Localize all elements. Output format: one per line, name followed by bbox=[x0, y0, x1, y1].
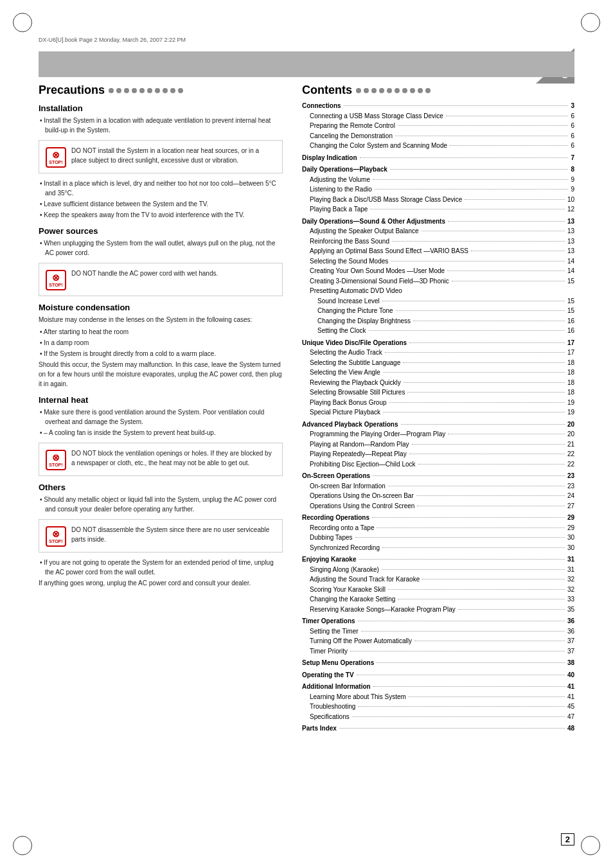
contents-row: Playing Repeatedly—Repeat Play22 bbox=[302, 449, 574, 459]
contents-page-num: 31 bbox=[567, 565, 574, 575]
contents-label: Operating the TV bbox=[302, 670, 354, 680]
contents-label: Changing the Karaoke Setting bbox=[310, 594, 395, 605]
contents-label: Troubleshooting bbox=[310, 702, 355, 712]
contents-label: Timer Operations bbox=[302, 616, 355, 626]
power-sources-bullet-1: When unplugging the System from the wall… bbox=[39, 238, 283, 258]
contents-page-num: 19 bbox=[567, 398, 574, 408]
stop-box-2: ⊗ STOP! DO NOT handle the AC power cord … bbox=[39, 263, 283, 296]
contents-page-num: 35 bbox=[567, 605, 574, 615]
contents-dot-leader bbox=[404, 382, 565, 383]
contents-page-num: 37 bbox=[567, 646, 574, 657]
corner-mark-br bbox=[581, 836, 600, 855]
internal-heat-title: Internal heat bbox=[39, 395, 283, 405]
contents-row: Adjusting the Sound Track for Karaoke32 bbox=[302, 574, 574, 585]
contents-label: Changing the Display Brightness bbox=[317, 316, 411, 326]
contents-page-num: 30 bbox=[567, 533, 574, 543]
contents-label: Specifications bbox=[310, 712, 350, 722]
contents-page-num: 19 bbox=[567, 407, 574, 418]
contents-row: Recording onto a Tape29 bbox=[302, 523, 574, 533]
contents-page-num: 8 bbox=[571, 164, 574, 175]
precautions-title: Precautions bbox=[39, 84, 283, 97]
contents-dot-leader bbox=[383, 412, 565, 412]
contents-dot-leader bbox=[385, 352, 565, 353]
corner-mark-tr bbox=[581, 13, 600, 32]
contents-label: Selecting the Sound Modes bbox=[310, 256, 388, 267]
contents-dot-leader bbox=[355, 537, 565, 538]
installation-bullet-4: Keep the speakers away from the TV to av… bbox=[39, 210, 283, 220]
contents-page-num: 6 bbox=[571, 141, 574, 151]
contents-page-num: 23 bbox=[567, 481, 574, 492]
contents-page-num: 31 bbox=[567, 554, 574, 565]
contents-page-num: 41 bbox=[567, 682, 574, 692]
contents-row: Turning Off the Power Automatically37 bbox=[302, 636, 574, 646]
others-bullet-2: If you are not going to operate the Syst… bbox=[39, 558, 283, 577]
contents-label: Connections bbox=[302, 101, 341, 111]
contents-label: Scoring Your Karaoke Skill bbox=[310, 585, 386, 595]
contents-row: Selecting the Subtitle Language18 bbox=[302, 358, 574, 368]
contents-page-num: 36 bbox=[567, 626, 574, 637]
contents-page-num: 17 bbox=[567, 338, 574, 348]
contents-page-num: 24 bbox=[567, 491, 574, 501]
contents-dot-leader bbox=[413, 321, 565, 321]
contents-page-num: 32 bbox=[567, 574, 574, 585]
contents-row: Operations Using the On-screen Bar24 bbox=[302, 491, 574, 501]
contents-row: Daily Operations—Sound & Other Adjustmen… bbox=[302, 217, 574, 227]
contents-label: Selecting the Audio Track bbox=[310, 348, 382, 358]
top-bar: DX-U6[U].book Page 2 Monday, March 26, 2… bbox=[39, 33, 574, 46]
contents-label: Reinforcing the Bass Sound bbox=[310, 236, 389, 247]
contents-dot-leader bbox=[448, 221, 565, 222]
contents-row: Timer Priority37 bbox=[302, 646, 574, 657]
contents-label: Additional Information bbox=[302, 682, 371, 692]
contents-dot-leader bbox=[412, 444, 565, 445]
contents-dot-leader bbox=[370, 209, 564, 209]
contents-label: Daily Operations—Playback bbox=[302, 164, 387, 175]
contents-label: Programming the Playing Order—Program Pl… bbox=[310, 429, 445, 439]
contents-row: Advanced Playback Operations20 bbox=[302, 420, 574, 430]
contents-label: Playing Back a Tape bbox=[310, 204, 368, 215]
contents-label: Operations Using the On-screen Bar bbox=[310, 491, 414, 501]
contents-dot-leader bbox=[409, 454, 565, 454]
contents-page-num: 12 bbox=[567, 204, 574, 215]
contents-dot-leader bbox=[388, 486, 565, 486]
contents-dot-leader bbox=[361, 631, 565, 632]
contents-page-num: 6 bbox=[571, 131, 574, 141]
contents-dots bbox=[356, 88, 431, 93]
contents-row: Dubbing Tapes30 bbox=[302, 533, 574, 543]
contents-dot-leader bbox=[409, 342, 565, 343]
contents-page-num: 29 bbox=[567, 523, 574, 533]
contents-label: Setup Menu Operations bbox=[302, 658, 374, 668]
contents-row: Selecting Browsable Still Pictures18 bbox=[302, 387, 574, 398]
contents-label: Playing at Random—Random Play bbox=[310, 439, 409, 450]
stop-box-text-4: DO NOT disassemble the System since ther… bbox=[71, 525, 276, 544]
main-content: Precautions Installation Install the Sys… bbox=[39, 84, 574, 829]
contents-label: Prohibiting Disc Ejection—Child Lock bbox=[310, 459, 416, 470]
contents-dot-leader bbox=[369, 330, 565, 331]
contents-label: Advanced Playback Operations bbox=[302, 420, 398, 430]
contents-label: Applying an Optimal Bass Sound Effect —V… bbox=[310, 246, 468, 256]
stop-box-1: ⊗ STOP! DO NOT install the System in a l… bbox=[39, 140, 283, 173]
contents-row: Changing the Display Brightness16 bbox=[302, 316, 574, 326]
contents-row: Creating Your Own Sound Modes —User Mode… bbox=[302, 266, 574, 276]
contents-row: Applying an Optimal Bass Sound Effect —V… bbox=[302, 246, 574, 256]
contents-dot-leader bbox=[458, 609, 565, 610]
contents-dot-leader bbox=[398, 599, 564, 599]
contents-dot-leader bbox=[390, 169, 569, 170]
moisture-intro: Moisture may condense in the lenses on t… bbox=[39, 315, 283, 324]
stop-icon-text-2: STOP! bbox=[49, 283, 62, 288]
others-title: Others bbox=[39, 483, 283, 492]
contents-label: Connecting a USB Mass Storage Class Devi… bbox=[310, 111, 443, 121]
others-footer: If anything goes wrong, unplug the AC po… bbox=[39, 578, 283, 588]
contents-page-num: 15 bbox=[567, 276, 574, 287]
contents-label: Changing the Picture Tone bbox=[317, 306, 393, 316]
installation-bullet-1: Install the System in a location with ad… bbox=[39, 116, 283, 135]
contents-label: Selecting Browsable Still Pictures bbox=[310, 387, 405, 398]
contents-dot-leader bbox=[395, 136, 568, 136]
stop-icon-2: ⊗ STOP! bbox=[46, 270, 66, 290]
power-sources-title: Power sources bbox=[39, 226, 283, 236]
contents-row: Changing the Picture Tone15 bbox=[302, 306, 574, 316]
contents-page-num: 16 bbox=[567, 326, 574, 336]
stop-icon-mark-1: ⊗ bbox=[52, 150, 60, 160]
contents-label: Changing the Color System and Scanning M… bbox=[310, 141, 447, 151]
contents-dot-leader bbox=[416, 495, 565, 496]
contents-page-num: 18 bbox=[567, 387, 574, 398]
